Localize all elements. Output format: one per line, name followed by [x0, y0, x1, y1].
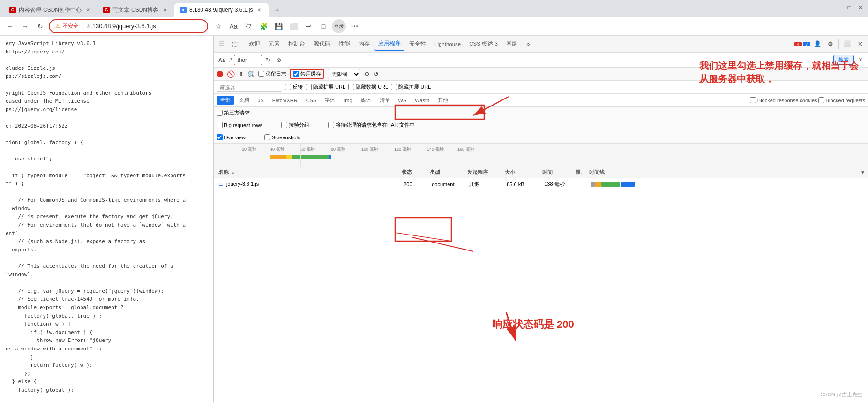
tab-memory[interactable]: 内存	[355, 38, 374, 51]
big-rows-checkbox[interactable]: Big request rows	[217, 122, 262, 128]
bookmark-icon[interactable]: ☆	[212, 20, 225, 33]
more-menu-button[interactable]: ⋯	[348, 20, 361, 33]
tab-elements[interactable]: 元素	[265, 38, 284, 51]
maximize-button[interactable]: □	[846, 4, 853, 11]
big-rows-input[interactable]	[217, 122, 223, 128]
close-devtools-icon[interactable]: ✕	[854, 38, 866, 50]
tab-welcome[interactable]: 欢迎	[245, 38, 264, 51]
url-bar[interactable]: ⚠ 不安全 │ 8.130.48.9/jquery-3.6.1.js	[49, 19, 208, 33]
dock-icon[interactable]: ⬜	[841, 38, 853, 50]
search-network-icon[interactable]: 🔍	[248, 71, 254, 77]
disable-cache-input[interactable]	[293, 71, 299, 77]
type-btn-other[interactable]: 其他	[434, 96, 452, 105]
type-btn-manifest[interactable]: 清单	[376, 96, 394, 105]
group-by-frame-input[interactable]	[281, 122, 287, 128]
tab-console[interactable]: 控制台	[284, 38, 309, 51]
sort-desc-icon[interactable]: ▼	[861, 170, 865, 175]
type-btn-ws[interactable]: WS	[395, 97, 411, 104]
save-icon[interactable]: 💾	[272, 20, 285, 33]
cast-icon[interactable]: ⬜	[287, 20, 300, 33]
back-button[interactable]: ←	[4, 20, 17, 33]
account-icon[interactable]: 👤	[811, 38, 823, 50]
col-header-name[interactable]: 名称 ▲	[217, 169, 400, 176]
filter-input[interactable]	[217, 83, 282, 92]
search-value-box[interactable]: thor	[234, 55, 262, 65]
type-btn-media[interactable]: 媒体	[357, 96, 375, 105]
import-export-icon[interactable]: ⬆	[239, 70, 244, 78]
tab-sources[interactable]: 源代码	[310, 38, 334, 51]
forward-button[interactable]: →	[19, 20, 32, 33]
third-party-input[interactable]	[217, 110, 223, 116]
shield-icon[interactable]: 🛡	[242, 20, 255, 33]
hide-ext-checkbox[interactable]: 隐藏扩展 URL	[306, 83, 345, 91]
hide-extension-url-input[interactable]	[391, 84, 397, 90]
overview-checkbox[interactable]: Overview	[217, 134, 246, 140]
profile-button[interactable]: 登录	[332, 19, 346, 33]
disable-cache-checkbox[interactable]: 禁用缓存	[290, 69, 324, 79]
tab-application[interactable]: 应用程序	[374, 38, 404, 51]
col-header-timeline[interactable]: 时间线	[587, 169, 861, 176]
col-header-time[interactable]: 时间	[540, 169, 573, 176]
hide-ext-input[interactable]	[306, 84, 312, 90]
include-har-input[interactable]	[328, 122, 334, 128]
tab-csdn-content[interactable]: C 内容管理-CSDN创作中心 ✕	[4, 3, 97, 17]
col-header-size[interactable]: 大小	[503, 169, 540, 176]
throttle-select[interactable]: 无限制	[328, 69, 360, 79]
search-close-button[interactable]: ✕	[856, 55, 865, 65]
extensions-icon[interactable]: 🧩	[257, 20, 270, 33]
hide-data-input[interactable]	[348, 84, 354, 90]
type-btn-css[interactable]: CSS	[302, 97, 321, 104]
type-btn-doc[interactable]: 文档	[235, 96, 253, 105]
col-header-initiator[interactable]: 发起程序	[465, 169, 503, 176]
minimize-button[interactable]: —	[834, 4, 842, 11]
group-by-frame-checkbox[interactable]: 按帧分组	[281, 121, 309, 129]
add-tab-icon[interactable]: »	[522, 38, 534, 50]
type-btn-wasm[interactable]: Wasm	[411, 97, 433, 104]
include-har-checkbox[interactable]: 将待处理的请求包含在HAR 文件中	[328, 121, 415, 129]
tab-lighthouse[interactable]: Lighthouse	[431, 38, 464, 51]
screenshots-input[interactable]	[264, 134, 270, 140]
tab-close-3[interactable]: ✕	[255, 6, 263, 14]
tab-performance[interactable]: 性能	[335, 38, 354, 51]
col-header-type[interactable]: 类型	[428, 169, 465, 176]
col-header-status[interactable]: 状态	[400, 169, 428, 176]
search-regex-toggle[interactable]: .*	[228, 56, 232, 64]
preserve-log-checkbox[interactable]: 保留日志	[258, 70, 286, 77]
type-btn-all[interactable]: 全部	[217, 96, 234, 105]
hide-extension-url-checkbox[interactable]: 隐藏扩展 URL	[391, 83, 431, 91]
blocked-requests-input[interactable]	[818, 97, 824, 103]
history-icon[interactable]: ↩	[302, 20, 315, 33]
overview-input[interactable]	[217, 134, 223, 140]
tab-jquery[interactable]: ● 8.130.48.9/jquery-3.6.1.js ✕	[174, 3, 269, 17]
search-cancel-button[interactable]: ⊘	[274, 55, 284, 65]
clear-icon[interactable]: 🚫	[227, 70, 235, 78]
close-window-button[interactable]: ✕	[857, 4, 864, 11]
third-party-checkbox[interactable]: 第三方请求	[217, 109, 250, 116]
record-dot[interactable]	[217, 71, 223, 77]
zoom-icon[interactable]: □	[317, 20, 330, 33]
hide-data-checkbox[interactable]: 隐藏数据 URL	[348, 83, 388, 91]
tab-close-1[interactable]: ✕	[84, 6, 92, 14]
hide-urls-checkbox[interactable]: 反转	[285, 83, 303, 91]
type-btn-js[interactable]: JS	[254, 97, 268, 104]
devtools-inspect-icon[interactable]: ⬚	[229, 38, 241, 50]
sync-icon[interactable]: ↺	[374, 70, 379, 77]
hide-urls-input[interactable]	[285, 84, 291, 90]
blocked-cookies-input[interactable]	[750, 97, 756, 103]
settings-icon[interactable]: ⚙	[824, 38, 837, 50]
search-refresh-button[interactable]: ↻	[263, 55, 273, 65]
settings-gear-icon[interactable]: ⚙	[364, 70, 370, 77]
table-row[interactable]: ☰ jquery-3.6.1.js 200 document 其他 85.6 k…	[214, 178, 868, 190]
blocked-cookies-checkbox[interactable]: Blocked response cookies	[750, 97, 817, 103]
tab-network[interactable]: 网络	[502, 38, 521, 51]
tab-csdn-write[interactable]: C 写文章-CSDN博客 ✕	[97, 3, 174, 17]
search-aa-toggle[interactable]: Aa	[217, 56, 227, 64]
blocked-requests-checkbox[interactable]: Blocked requests	[818, 97, 865, 103]
screenshots-checkbox[interactable]: Screenshots	[264, 134, 300, 140]
new-tab-button[interactable]: +	[270, 4, 284, 17]
tab-close-2[interactable]: ✕	[161, 6, 169, 14]
preserve-log-input[interactable]	[258, 71, 264, 77]
type-btn-img[interactable]: Img	[340, 97, 356, 104]
search-tab-button[interactable]: 搜索	[833, 55, 854, 65]
tab-css-overview[interactable]: CSS 概述 β	[465, 38, 501, 51]
